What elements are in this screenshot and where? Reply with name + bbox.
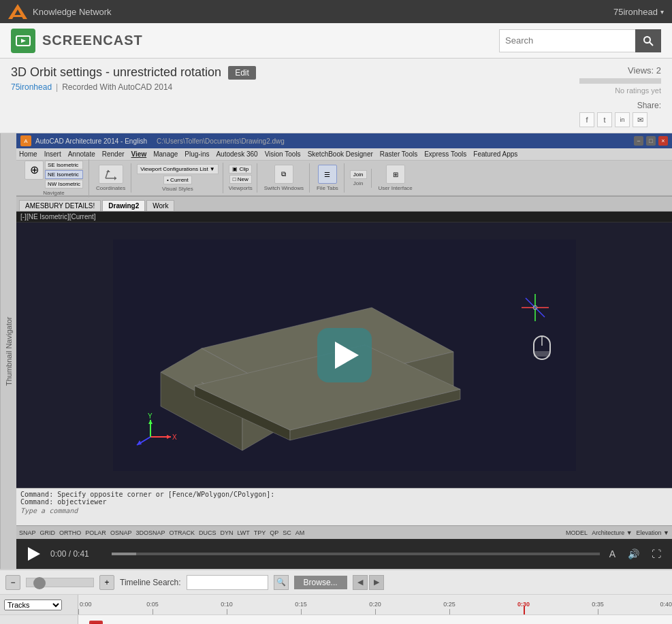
status-3dosnap[interactable]: 3DOSNAP [135,529,165,536]
nw-isometric-btn[interactable]: NW Isometric [45,180,83,188]
clip-btn[interactable]: ▣ Clip [229,165,252,174]
ucs-btn[interactable] [99,165,123,184]
viewport-label: Visual Styles [162,186,193,192]
autocad-close-btn[interactable]: × [658,136,668,146]
se-isometric-btn[interactable]: SE Isometric [45,161,83,169]
search-input[interactable] [499,29,635,52]
play-button-overlay[interactable] [317,328,372,382]
menu-vision[interactable]: Vision Tools [265,150,301,158]
status-model[interactable]: MODEL [566,529,588,536]
user-interface-btn[interactable]: ⊞ [386,165,405,184]
facebook-share-button[interactable]: f [579,112,594,127]
viewport-config-btn[interactable]: Viewport Configurations List ▼ [137,164,219,174]
steering-wheels-btn[interactable]: ⊕ [25,161,44,180]
product-track-marker[interactable] [89,621,103,624]
product-track-content[interactable] [78,615,672,624]
status-qp[interactable]: QP [270,529,278,536]
autocad-ribbon: ⊕ SE Isometric NE Isometric NW Isometric… [16,161,672,196]
fullscreen-button[interactable]: ⛶ [649,547,664,561]
status-osnap[interactable]: OSNAP [110,529,132,536]
volume-button[interactable]: 🔊 [625,547,642,561]
timeline-prev-button[interactable]: ◀ [353,575,368,590]
menu-autodesk360[interactable]: Autodesk 360 [216,150,257,158]
ne-isometric-btn[interactable]: NE Isometric [45,170,83,179]
meta-separator: | [56,82,58,92]
zoom-slider[interactable] [26,578,94,587]
autocad-tab-drawing2[interactable]: Drawing2 [102,200,145,211]
autocad-file-path: C:\Users\Tolfen\Documents\Drawing2.dwg [157,137,285,145]
email-share-button[interactable]: ✉ [633,112,647,127]
tracks-dropdown[interactable]: Tracks [4,600,62,610]
timeline-ruler-row: Tracks 0:00 0:05 0:10 0:15 0:20 0:25 0:3… [0,595,672,615]
status-ortho[interactable]: ORTHO [59,529,81,536]
status-arch[interactable]: Architecture ▼ [592,529,632,536]
tick-35 [598,609,598,614]
menu-featured[interactable]: Featured Apps [473,150,517,158]
zoom-out-button[interactable]: − [5,575,20,590]
menu-manage[interactable]: Manage [153,150,178,158]
video-viewport[interactable]: X Y [16,223,672,488]
timeline-next-button[interactable]: ▶ [369,575,384,590]
autocad-tab-work[interactable]: Work [146,200,174,211]
menu-view[interactable]: View [131,150,147,158]
top-bar-left: Knowledge Network [8,4,112,19]
nav-sub-buttons: SE Isometric NE Isometric NW Isometric [45,161,83,188]
views-count: Views: 2 [579,65,661,76]
timeline-search-go-button[interactable]: 🔍 [274,575,289,590]
twitter-share-button[interactable]: t [597,112,612,127]
ruler-40: 0:40 [660,601,672,608]
join-btn[interactable]: Join [350,170,367,179]
current-btn[interactable]: • Current [163,176,192,184]
timeline-ruler[interactable]: 0:00 0:05 0:10 0:15 0:20 0:25 0:30 0:35 … [78,595,672,614]
status-tpy[interactable]: TPY [254,529,266,536]
caption-button[interactable]: A [607,547,618,561]
timeline-search-input[interactable] [187,575,268,590]
search-icon [643,35,654,46]
autocad-minimize-btn[interactable]: − [634,136,643,146]
search-button[interactable] [635,29,661,52]
menu-render[interactable]: Render [102,150,125,158]
status-polar[interactable]: POLAR [85,529,106,536]
menu-raster[interactable]: Raster Tools [380,150,417,158]
autocad-maximize-btn[interactable]: □ [646,136,656,146]
product-track-row: Product [0,615,672,624]
join-label-text: Join [353,180,364,186]
tick-15 [301,609,302,614]
status-snap[interactable]: SNAP [19,529,36,536]
menu-annotate[interactable]: Annotate [68,150,95,158]
zoom-in-button[interactable]: + [99,575,114,590]
play-pause-button[interactable] [25,544,44,563]
status-lwt[interactable]: LWT [237,529,249,536]
status-dyn[interactable]: DYN [220,529,233,536]
autocad-status-bar: SNAP GRID ORTHO POLAR OSNAP 3DOSNAP OTRA… [16,525,672,539]
file-tabs-btn[interactable]: ☰ [318,165,337,184]
timeline-nav-arrows: ◀ ▶ [353,575,384,590]
status-am[interactable]: AM [295,529,305,536]
menu-plugins[interactable]: Plug-ins [185,150,209,158]
thumbnail-navigator-label: Thumbnail Navigator [5,316,13,386]
thumbnail-navigator[interactable]: Thumbnail Navigator [0,133,16,569]
progress-bar[interactable] [112,553,600,555]
video-author-link[interactable]: 75ironhead [11,82,52,92]
menu-insert[interactable]: Insert [44,150,61,158]
tick-5 [153,609,153,614]
status-sc[interactable]: SC [283,529,291,536]
user-menu[interactable]: 75ironhead ▾ [613,7,664,17]
browse-button[interactable]: Browse... [294,576,347,589]
zoom-slider-thumb[interactable] [33,577,46,589]
linkedin-share-button[interactable]: in [615,112,630,127]
command-prompt[interactable]: Type a command [20,507,668,514]
status-otrack[interactable]: OTRACK [169,529,195,536]
edit-button[interactable]: Edit [228,66,256,80]
status-elevation[interactable]: Elevation ▼ [637,529,669,536]
top-bar: Knowledge Network 75ironhead ▾ [0,0,672,23]
status-ducs[interactable]: DUCS [199,529,217,536]
status-grid[interactable]: GRID [40,529,56,536]
new-btn[interactable]: □ New [229,175,252,184]
menu-express[interactable]: Express Tools [424,150,466,158]
autocad-tab-amesbury[interactable]: AMESBURY DETAILS! [19,200,101,211]
switch-windows-btn[interactable]: ⧉ [274,165,293,184]
ratings-text: No ratings yet [579,86,661,95]
menu-sketchbook[interactable]: SketchBook Designer [308,150,373,158]
menu-home[interactable]: Home [19,150,37,158]
